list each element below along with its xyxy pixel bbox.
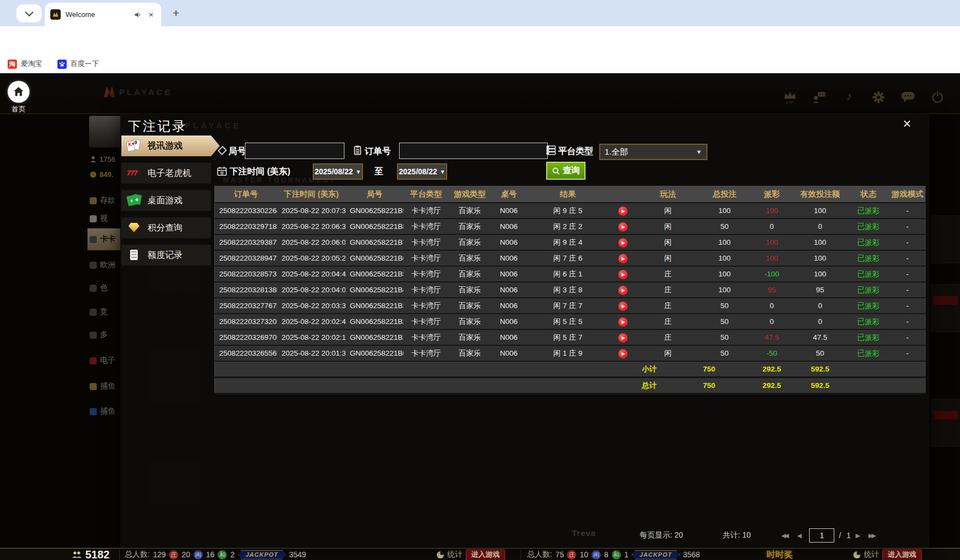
tie-badge: 和 — [612, 550, 621, 559]
total-count-label: 共计: 10 — [723, 528, 751, 543]
page-separator: / — [839, 531, 841, 540]
close-icon[interactable]: × — [899, 115, 915, 132]
play-video-button[interactable]: ▶ — [618, 222, 628, 232]
play-video-button[interactable]: ▶ — [618, 238, 628, 247]
platform-type-select[interactable]: 1.全部 ▼ — [599, 144, 707, 160]
tag-icon — [216, 145, 227, 156]
bookmark-baidu[interactable]: 百度一下 — [57, 59, 107, 69]
menu-item-table-games[interactable]: ♦♣ 桌面游戏 — [121, 190, 211, 211]
page-total: 1 — [846, 531, 851, 540]
table-row: 2508222032655652025-08-22 20:01:33GN0062… — [215, 345, 926, 361]
enter-game-button[interactable]: 进入游戏 — [466, 549, 505, 560]
date-from-select[interactable]: 2025/08/22 ▼ — [313, 163, 363, 180]
background-watermark: PLAYACE — [185, 121, 242, 130]
slot-777-icon: 777 — [127, 167, 142, 180]
menu-item-video-games[interactable]: 9K♥ 视讯游戏 — [121, 135, 220, 156]
bookmark-taobao[interactable]: 淘 爱淘宝 — [8, 59, 50, 69]
last-page-icon[interactable]: ▶▶ — [869, 532, 875, 539]
home-icon — [8, 81, 30, 103]
column-header: 平台类型 — [403, 186, 448, 203]
round-number-label: 局号 — [229, 146, 246, 157]
menu-item-slots[interactable]: 777 电子老虎机 — [121, 163, 211, 184]
taobao-icon: 淘 — [8, 60, 17, 69]
casino-page: PLAYACE VIP ♪ — [0, 73, 960, 560]
baidu-paw-icon — [57, 60, 67, 69]
column-header: 结果 — [526, 186, 609, 203]
tab-search-button[interactable] — [16, 4, 42, 22]
summary-row: 小计750292.5592.5 — [215, 361, 926, 378]
page-number-input[interactable] — [809, 528, 834, 543]
stats-button[interactable]: 统计 — [853, 550, 879, 559]
stats-button[interactable]: 统计 — [436, 550, 463, 559]
chevron-down-icon — [25, 8, 33, 17]
first-page-icon[interactable]: ◀◀ — [781, 532, 787, 539]
play-video-button[interactable]: ▶ — [618, 270, 628, 279]
table-row: 2508222032813882025-08-22 20:04:06GN0062… — [215, 282, 926, 298]
browser-toolbar: ← → ↻ ⌂ 175616.cc/home — [0, 26, 960, 55]
menu-item-credit-records[interactable]: 额度记录 — [121, 245, 211, 266]
column-header: 有效投注额 — [793, 186, 847, 203]
bet-time-label: 下注时间 (美东) — [230, 166, 290, 178]
online-count: 5182 — [72, 549, 110, 560]
column-header: 局号 — [346, 186, 404, 203]
date-to-select[interactable]: 2025/08/22 ▼ — [397, 163, 447, 180]
order-number-label: 订单号 — [365, 146, 391, 157]
platform-type-label: 平台类型 — [558, 146, 593, 157]
stats-enter-group-2: 统计 进入游戏 — [853, 549, 922, 560]
table-games-icon: ♦♣ — [127, 194, 142, 207]
modal-title: 下注记录 — [128, 117, 187, 135]
play-video-button[interactable]: ▶ — [618, 207, 628, 216]
platform-list-icon — [546, 145, 557, 156]
table-header-row: 订单号下注时间 (美东)局号平台类型游戏类型桌号结果玩法总投注派彩有效投注额状态… — [215, 186, 926, 203]
audio-speaker-icon[interactable] — [133, 10, 142, 19]
document-icon — [127, 249, 142, 262]
play-video-button[interactable]: ▶ — [618, 317, 628, 327]
play-video-button[interactable]: ▶ — [618, 333, 628, 343]
search-button[interactable]: 查询 — [546, 162, 586, 180]
search-icon — [552, 167, 560, 175]
table-row: 2508222032894732025-08-22 20:05:23GN0062… — [215, 250, 926, 266]
enter-game-button[interactable]: 进入游戏 — [882, 549, 922, 560]
table-row: 2508222032938722025-08-22 20:06:05GN0062… — [215, 234, 926, 250]
tab-title: Welcome — [66, 10, 133, 19]
table-stats-1: 总人数: 129 庄 20 闲 16 和 2 JACKPOT 3549 — [125, 549, 306, 560]
column-header: 玩法 — [637, 186, 699, 203]
to-label: 至 — [374, 166, 383, 178]
bookmarks-bar: 淘 爱淘宝 百度一下 — [0, 55, 960, 74]
table-row: 2508222032697092025-08-22 20:02:10GN0062… — [215, 329, 926, 345]
play-video-button[interactable]: ▶ — [618, 302, 628, 311]
prev-page-icon[interactable]: ◀ — [797, 532, 800, 539]
column-header: 订单号 — [215, 186, 277, 203]
home-label: 首页 — [7, 104, 31, 114]
round-number-input[interactable] — [245, 143, 344, 159]
browser-tabstrip: Welcome × + — [0, 0, 960, 26]
play-video-button[interactable]: ▶ — [618, 254, 628, 263]
diamond-icon — [127, 221, 142, 234]
clipboard-icon — [352, 145, 363, 156]
calendar-icon — [216, 166, 227, 176]
play-video-button[interactable]: ▶ — [618, 349, 628, 358]
table-row: 2508222033022642025-08-22 20:07:31GN0062… — [215, 203, 926, 219]
bottom-stats-bar: 5182 总人数: 129 庄 20 闲 16 和 2 JACKPOT 3549… — [0, 548, 960, 560]
browser-tab[interactable]: Welcome × — [45, 3, 161, 26]
column-header: 状态 — [847, 186, 889, 203]
table-stats-2: 总人数: 75 庄 10 闲 8 和 1 JACKPOT 3568 — [527, 549, 700, 560]
next-page-icon[interactable]: ▶ — [856, 532, 858, 539]
stats-enter-group-1: 统计 进入游戏 — [436, 549, 505, 560]
play-video-button[interactable]: ▶ — [618, 286, 628, 295]
order-number-input[interactable] — [399, 143, 548, 159]
menu-item-points[interactable]: 积分查询 — [121, 217, 211, 238]
jackpot-badge: JACKPOT — [238, 550, 286, 559]
chevron-down-icon: ▼ — [356, 169, 361, 175]
new-tab-button[interactable]: + — [168, 5, 184, 21]
chevron-down-icon: ▼ — [696, 149, 702, 155]
column-header: 下注时间 (美东) — [277, 186, 346, 203]
home-page-button[interactable]: 首页 — [7, 81, 31, 114]
column-header — [609, 186, 637, 203]
table-row: 2508222032732032025-08-22 20:02:48GN0062… — [215, 314, 926, 329]
tab-close-icon[interactable]: × — [147, 10, 156, 19]
site-favicon — [50, 9, 61, 20]
playing-cards-icon: 9K♥ — [127, 139, 142, 152]
banker-badge: 庄 — [169, 550, 178, 559]
chevron-down-icon: ▼ — [440, 169, 446, 175]
